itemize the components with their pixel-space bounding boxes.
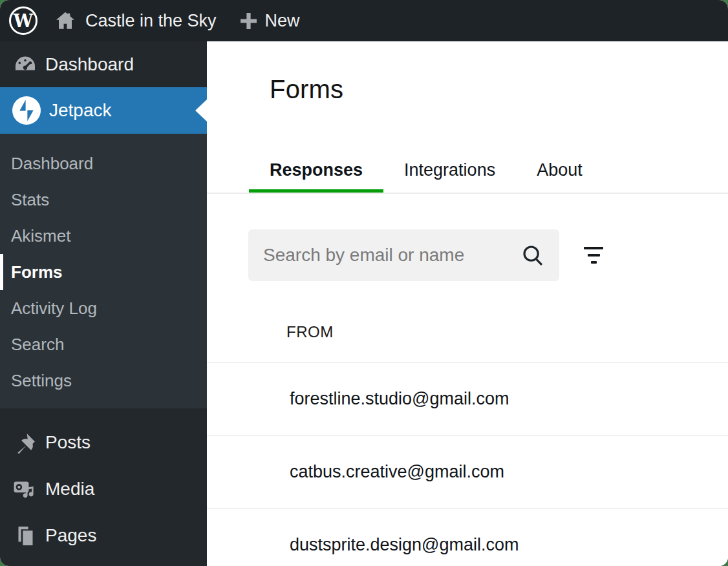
dashboard-gauge-icon <box>14 54 37 74</box>
sidebar-item-pages[interactable]: Pages <box>0 512 207 559</box>
tab-integrations[interactable]: Integrations <box>383 151 516 193</box>
submenu-item-akismet[interactable]: Akismet <box>0 218 207 254</box>
home-icon[interactable] <box>55 11 76 30</box>
sidebar-item-dashboard[interactable]: Dashboard <box>0 41 207 87</box>
plus-icon[interactable] <box>240 12 257 30</box>
sidebar-item-media[interactable]: Media <box>0 466 207 512</box>
responses-table: forestline.studio@gmail.com catbus.creat… <box>207 362 728 566</box>
response-from-email: catbus.creative@gmail.com <box>290 462 504 482</box>
wordpress-logo-icon[interactable]: W <box>9 6 37 35</box>
camera-note-icon <box>14 479 37 500</box>
search-icon[interactable] <box>520 243 545 267</box>
tab-label: About <box>537 160 583 180</box>
stacked-pages-icon <box>14 525 37 547</box>
sidebar-item-jetpack[interactable]: Jetpack <box>0 87 207 134</box>
tab-responses[interactable]: Responses <box>249 151 383 193</box>
sidebar-bottom-group: Posts Media <box>0 419 207 559</box>
page-title: Forms <box>270 75 343 104</box>
sidebar-item-posts[interactable]: Posts <box>0 419 207 466</box>
submenu-item-stats[interactable]: Stats <box>0 182 207 218</box>
sidebar-item-label: Posts <box>45 432 91 453</box>
jetpack-icon <box>12 96 41 125</box>
column-header-from: FROM <box>286 323 334 341</box>
admin-sidebar: Dashboard Jetpack Dashboard Stats Akisme… <box>0 41 207 566</box>
tab-label: Integrations <box>404 160 495 180</box>
response-from-email: dustsprite.design@gmail.com <box>290 535 519 555</box>
table-row[interactable]: dustsprite.design@gmail.com <box>207 508 728 566</box>
submenu-label: Akismet <box>11 226 70 246</box>
submenu-label: Settings <box>11 371 72 391</box>
admin-bar: W Castle in the Sky New <box>0 0 728 41</box>
active-menu-arrow <box>195 100 207 121</box>
search-input[interactable] <box>248 245 520 266</box>
response-from-email: forestline.studio@gmail.com <box>290 389 509 409</box>
submenu-label: Activity Log <box>11 299 97 319</box>
submenu-item-search[interactable]: Search <box>0 326 207 362</box>
search-box <box>248 229 559 281</box>
filter-icon[interactable] <box>575 237 612 273</box>
tab-about[interactable]: About <box>516 151 603 193</box>
tab-bar: Responses Integrations About <box>249 151 603 193</box>
new-link[interactable]: New <box>265 11 300 31</box>
submenu-item-settings[interactable]: Settings <box>0 362 207 399</box>
pushpin-icon <box>14 432 37 454</box>
submenu-label: Forms <box>11 262 62 282</box>
submenu-item-activity-log[interactable]: Activity Log <box>0 290 207 326</box>
table-row[interactable]: catbus.creative@gmail.com <box>207 435 728 508</box>
sidebar-item-label: Dashboard <box>45 54 134 75</box>
jetpack-submenu: Dashboard Stats Akismet Forms Activity L… <box>0 134 207 408</box>
tab-bar-divider <box>207 193 728 194</box>
table-row[interactable]: forestline.studio@gmail.com <box>207 362 728 435</box>
submenu-label: Dashboard <box>11 154 93 174</box>
submenu-label: Search <box>11 335 64 355</box>
tab-label: Responses <box>270 160 363 180</box>
submenu-label: Stats <box>11 190 49 210</box>
sidebar-item-label: Jetpack <box>49 100 112 121</box>
site-name-link[interactable]: Castle in the Sky <box>85 11 217 31</box>
sidebar-item-label: Pages <box>45 525 96 546</box>
forms-content-panel: Forms Responses Integrations About <box>207 41 728 566</box>
submenu-item-dashboard[interactable]: Dashboard <box>0 145 207 182</box>
wordpress-admin-screen: W Castle in the Sky New <box>0 0 728 566</box>
submenu-item-forms[interactable]: Forms <box>0 254 207 290</box>
sidebar-item-label: Media <box>45 479 94 499</box>
